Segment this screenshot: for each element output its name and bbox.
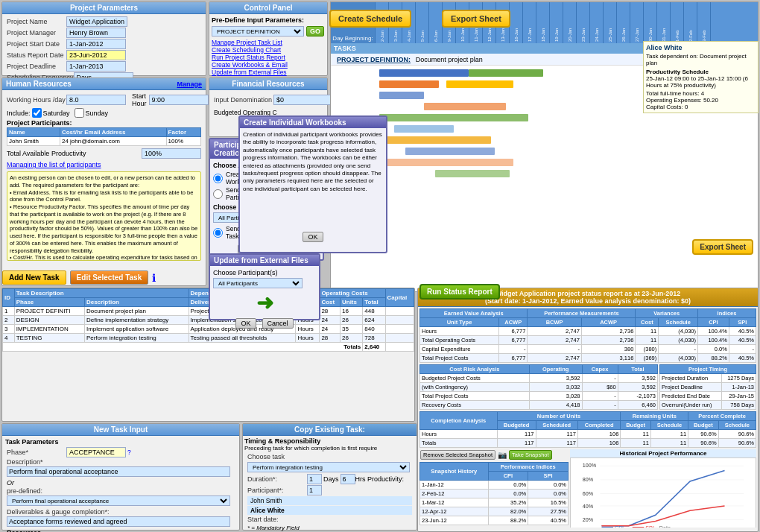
add-new-task-button[interactable]: Add New Task [2, 270, 66, 285]
budget-pct-col: Budget [688, 421, 718, 430]
working-hours-label: Working Hours /day [7, 96, 66, 104]
go-button[interactable]: GO [306, 26, 324, 37]
new-task-header: New Task Input [2, 424, 239, 436]
snapshot-row: 1-Mar-12 35.2% 16.5% [420, 498, 569, 507]
update-cancel-button[interactable]: Cancel [262, 318, 294, 329]
participant-factor: 100% [166, 137, 200, 146]
participant-label: Participant*: [247, 487, 307, 494]
input-denom-value[interactable]: $0 [273, 95, 333, 105]
saturday-checkbox[interactable] [32, 108, 42, 118]
snapshot-history-table: Snapshot History Performance Indices CPI… [419, 462, 569, 525]
task-capital [385, 334, 414, 343]
hrs-input[interactable] [341, 474, 355, 484]
performance-chart: 100% 80% 60% 40% 20% [570, 457, 756, 528]
create-schedule-button[interactable]: Create Schedule [329, 10, 411, 28]
snapshot-section: Remove Selected Snapshot 📷 Take Snapshot… [419, 449, 569, 528]
preceding-task-label: Preceding task for which completion is f… [244, 445, 415, 452]
snap-spi: 40.5% [528, 516, 569, 525]
schedule-col: Schedule [659, 318, 698, 327]
cr-capex: $60 [582, 383, 618, 392]
participant-num-input[interactable] [307, 485, 322, 495]
cost-col: Cost [636, 318, 659, 327]
cost-risk-section: Cost Risk Analysis Operating Capex Total… [419, 364, 658, 410]
start-hour-value[interactable]: 9:00 [149, 95, 209, 105]
remove-snapshot-button[interactable]: Remove Selected Snapshot [420, 450, 495, 460]
cr-total: 3,592 [618, 383, 657, 392]
status-date-value[interactable]: 23-Jun-2012 [66, 50, 126, 60]
human-resources-panel: Human Resources Manage Working Hours /da… [1, 77, 206, 286]
predefined-select[interactable]: Perform final operational acceptance [7, 495, 230, 506]
comp-s: 11 [650, 439, 688, 448]
mandatory-note: * = Mandatory Field [244, 524, 415, 532]
comp-scheduled: 117 [536, 430, 577, 439]
acwp2-col: ACWP [581, 318, 635, 327]
export-sheet-button-top[interactable]: Export Sheet [442, 10, 510, 28]
create-workbooks-link[interactable]: Create Workbooks & Email [212, 61, 325, 69]
sunday-checkbox[interactable] [75, 108, 84, 118]
timing-value: 1275 Days [721, 374, 756, 383]
update-external-link[interactable]: Update from External Files [212, 69, 325, 76]
unit-type-col: Unit Type [420, 318, 499, 327]
svg-text:SPI: SPI [645, 525, 654, 528]
svg-text:100%: 100% [583, 462, 597, 469]
update-ok-button[interactable]: OK [235, 318, 256, 329]
alice-white-panel: Alice White Task dependent on: Document … [643, 41, 759, 113]
task-cost: 28 [320, 334, 341, 343]
cr-total: 3,592 [618, 374, 657, 383]
take-snapshot-button[interactable]: Take Snapshot [509, 450, 552, 460]
task-id: 2 [3, 316, 15, 325]
timing-title: Timing & Responsibility [244, 437, 415, 445]
ev-schedule: (4,030) [659, 354, 698, 363]
gantt-bar-12 [435, 170, 510, 177]
comp-completed: 106 [577, 430, 620, 439]
task-params-title: Task Parameters [4, 437, 238, 446]
bcwp-col: BCWP [528, 318, 581, 327]
cost-risk-row: Total Project Costs 3,028 - -2,1073 [420, 392, 658, 401]
totals-label: Totals [3, 343, 363, 352]
project-name-value[interactable]: Widget Application [66, 16, 127, 27]
snapshot-row: 2-Feb-12 0.0% 0.0% [420, 490, 569, 498]
col-desc: Description [84, 298, 189, 307]
scheduled-col: Scheduled [536, 421, 577, 430]
desc-input[interactable] [7, 466, 230, 477]
col-factor: Factor [166, 128, 200, 137]
alice-task-dep: Task dependent on: Document project plan [646, 53, 756, 66]
duration-input[interactable] [307, 474, 322, 484]
start-date-value[interactable]: 1-Jan-2012 [66, 39, 126, 49]
timing-row: Projected Duration 1275 Days [660, 374, 756, 383]
snapshot-row: 1-Jan-12 0.0% 0.0% [420, 481, 569, 490]
input-denom-label: Input Denomination [214, 96, 273, 104]
working-hours-value[interactable]: 8.0 [66, 95, 126, 105]
manage-task-list-link[interactable]: Manage Project Task List [212, 39, 325, 46]
export-sheet-button-bottom[interactable]: Export Sheet [692, 239, 753, 255]
run-status-report-button[interactable]: Run Status Report [419, 284, 500, 300]
manage-participants-link[interactable]: Managing the list of participants [4, 159, 204, 170]
project-definition-select[interactable]: PROJECT DEFINITION [212, 26, 304, 37]
project-manager-value[interactable]: Henry Brown [66, 28, 126, 38]
comp-type: Totals [420, 439, 498, 448]
task-phase: TESTING [14, 334, 84, 343]
choose-task-select[interactable]: Perform integration testing [247, 462, 410, 472]
edit-selected-task-button[interactable]: Edit Selected Task [70, 270, 149, 285]
hrs-label: Hrs Productivity: [355, 475, 405, 483]
run-project-status-link[interactable]: Run Project Status Report [212, 54, 325, 61]
task-total: 448 [363, 307, 385, 316]
ev-row: Capital Expenditure - - 380 (380) - 0.0%… [420, 345, 756, 354]
manage-link[interactable]: Manage [177, 80, 202, 88]
deliverables-input[interactable] [7, 516, 230, 527]
start-date-label: Start date: [247, 516, 307, 523]
col-units: Units [340, 298, 362, 307]
deadline-value[interactable]: 1-Jan-2013 [66, 61, 126, 72]
task-cost: 24 [320, 325, 341, 334]
task-phase: IMPLEMENTATION [14, 325, 84, 334]
workbooks-ok-button[interactable]: OK [303, 232, 323, 242]
predefine-label: Pre-Define Input Parameters: [212, 16, 325, 24]
send-tasks-radio[interactable] [213, 228, 223, 238]
col-total: Total [363, 298, 385, 307]
col-name: Name [7, 128, 60, 137]
phase-value[interactable]: ACCEPTANCE [66, 447, 126, 457]
update-participants-select[interactable]: All Participants [213, 278, 303, 288]
create-chart-link[interactable]: Create Scheduling Chart [212, 46, 325, 54]
project-timing-table: Project Timing Projected Duration 1275 D… [659, 364, 756, 410]
comp-scheduled: 117 [536, 439, 577, 448]
